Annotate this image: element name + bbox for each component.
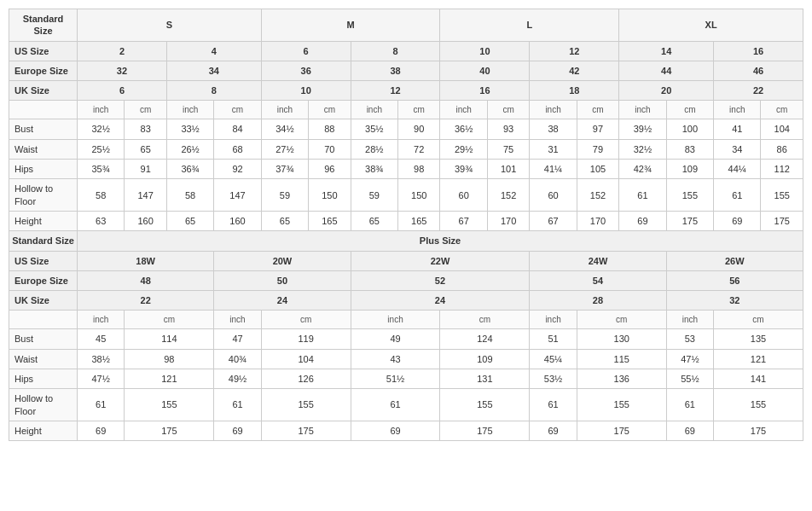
ht-plus-69c-inch: 69 xyxy=(351,421,440,440)
bust-34.5-inch: 34½ xyxy=(261,119,308,139)
plus-size-divider-label: Plus Size xyxy=(78,231,803,251)
hips-38.75-cm: 98 xyxy=(398,160,440,179)
htf-plus-61d-cm: 155 xyxy=(577,389,666,421)
ht-65c-cm: 165 xyxy=(398,211,440,230)
bust-53-inch: 53 xyxy=(666,329,713,349)
standard-size-header-row: StandardSize S M L XL xyxy=(9,9,803,42)
uk-20: 20 xyxy=(619,81,714,101)
waist-plus-label: Waist xyxy=(9,349,78,369)
us-size-8: 8 xyxy=(351,41,440,61)
eu-40: 40 xyxy=(440,61,530,80)
uk-28-plus: 28 xyxy=(530,291,666,311)
uk-size-label: UK Size xyxy=(9,81,78,101)
uk-24b-plus: 24 xyxy=(351,291,530,311)
us-26w: 26W xyxy=(666,251,803,270)
htf-plus-61e-inch: 61 xyxy=(666,389,713,421)
waist-45.25-cm: 115 xyxy=(577,349,666,369)
hips-55.5-inch: 55½ xyxy=(666,369,713,389)
eu-50: 50 xyxy=(214,270,351,290)
hips-41.25-cm: 105 xyxy=(577,160,618,179)
eu-size-plus-row: Europe Size 48 50 52 54 56 xyxy=(9,270,803,290)
eu-44: 44 xyxy=(619,61,714,80)
hips-42.75-inch: 42¾ xyxy=(619,160,666,179)
ht-plus-69e-inch: 69 xyxy=(666,421,713,440)
waist-45.25-inch: 45¼ xyxy=(530,349,577,369)
htf-plus-61b-cm: 155 xyxy=(261,389,351,421)
hips-41.25-inch: 41¼ xyxy=(530,160,577,179)
ht-plus-69a-cm: 175 xyxy=(125,421,214,440)
htf-plus-61c-cm: 155 xyxy=(440,389,530,421)
uk-size-row: UK Size 6 8 10 12 16 18 20 22 xyxy=(9,81,803,101)
standard-size-label: StandardSize xyxy=(9,9,78,42)
us-24w: 24W xyxy=(530,251,666,270)
waist-40.75-cm: 104 xyxy=(261,349,351,369)
hips-plus-row: Hips 47½ 121 49½ 126 51½ 131 53½ 136 55½… xyxy=(9,369,803,389)
unit-inch-6: inch xyxy=(530,101,577,119)
ht-plus-69b-cm: 175 xyxy=(261,421,351,440)
m-header: M xyxy=(261,9,440,42)
waist-plus-row: Waist 38½ 98 40¾ 104 43 109 45¼ 115 47½ … xyxy=(9,349,803,369)
bust-35.5-inch: 35½ xyxy=(351,119,397,139)
hollow-floor-plus-label: Hollow to Floor xyxy=(9,389,78,421)
htf-59b-inch: 59 xyxy=(351,179,397,212)
hips-35.75-inch: 35¾ xyxy=(78,160,125,179)
us-size-6: 6 xyxy=(261,41,351,61)
bust-38-inch: 38 xyxy=(530,119,577,139)
eu-54: 54 xyxy=(530,270,666,290)
unit-plus-inch-3: inch xyxy=(351,311,440,329)
unit-plus-inch-5: inch xyxy=(666,311,713,329)
htf-60a-cm: 152 xyxy=(487,179,529,212)
xl-header: XL xyxy=(619,9,803,42)
waist-27.5-inch: 27½ xyxy=(261,139,308,159)
eu-46: 46 xyxy=(714,61,803,80)
unit-cm-6: cm xyxy=(577,101,618,119)
unit-cm-8: cm xyxy=(761,101,803,119)
uk-22-plus: 22 xyxy=(78,291,214,311)
bust-41-cm: 104 xyxy=(761,119,803,139)
ht-69b-inch: 69 xyxy=(714,211,761,230)
unit-plus-inch-1: inch xyxy=(78,311,125,329)
uk-18: 18 xyxy=(530,81,619,101)
unit-cm-3: cm xyxy=(309,101,351,119)
height-row: Height 63 160 65 160 65 165 65 165 67 17… xyxy=(9,211,803,230)
hips-53.5-inch: 53½ xyxy=(530,369,577,389)
eu-56: 56 xyxy=(666,270,803,290)
bust-51-cm: 130 xyxy=(577,329,666,349)
plus-size-divider-row: Standard Size Plus Size xyxy=(9,231,803,251)
hips-49.5-cm: 126 xyxy=(261,369,351,389)
waist-row: Waist 25½ 65 26½ 68 27½ 70 28½ 72 29½ 75… xyxy=(9,139,803,159)
us-size-10: 10 xyxy=(440,41,530,61)
hips-37.75-inch: 37¾ xyxy=(261,160,308,179)
ht-69a-inch: 69 xyxy=(619,211,666,230)
bust-row: Bust 32½ 83 33½ 84 34½ 88 35½ 90 36½ 93 … xyxy=(9,119,803,139)
ht-plus-69b-inch: 69 xyxy=(214,421,261,440)
hips-36.75-cm: 92 xyxy=(214,160,261,179)
waist-47.5-cm: 121 xyxy=(714,349,803,369)
bust-51-inch: 51 xyxy=(530,329,577,349)
bust-38-cm: 97 xyxy=(577,119,618,139)
htf-61b-inch: 61 xyxy=(714,179,761,212)
uk-6: 6 xyxy=(78,81,167,101)
uk-24a-plus: 24 xyxy=(214,291,351,311)
htf-59a-cm: 150 xyxy=(309,179,351,212)
htf-61a-inch: 61 xyxy=(619,179,666,212)
unit-cm-2: cm xyxy=(214,101,261,119)
uk-10: 10 xyxy=(261,81,351,101)
ht-63-inch: 63 xyxy=(78,211,125,230)
waist-28.5-inch: 28½ xyxy=(351,139,397,159)
hips-36.75-inch: 36¾ xyxy=(166,160,213,179)
ht-69b-cm: 175 xyxy=(761,211,803,230)
size-chart-table: StandardSize S M L XL US Size 2 4 6 8 10… xyxy=(9,9,803,441)
unit-inch-1: inch xyxy=(78,101,125,119)
waist-26.5-cm: 68 xyxy=(214,139,261,159)
htf-58b-cm: 147 xyxy=(214,179,261,212)
waist-43-cm: 109 xyxy=(440,349,530,369)
hollow-floor-label: Hollow toFloor xyxy=(9,179,78,212)
hips-42.75-cm: 109 xyxy=(666,160,713,179)
unit-plus-inch-2: inch xyxy=(214,311,261,329)
bust-35.5-cm: 90 xyxy=(398,119,440,139)
hips-38.75-inch: 38¾ xyxy=(351,160,397,179)
uk-size-plus-label: UK Size xyxy=(9,291,78,311)
htf-61b-cm: 155 xyxy=(761,179,803,212)
eu-32: 32 xyxy=(78,61,167,80)
